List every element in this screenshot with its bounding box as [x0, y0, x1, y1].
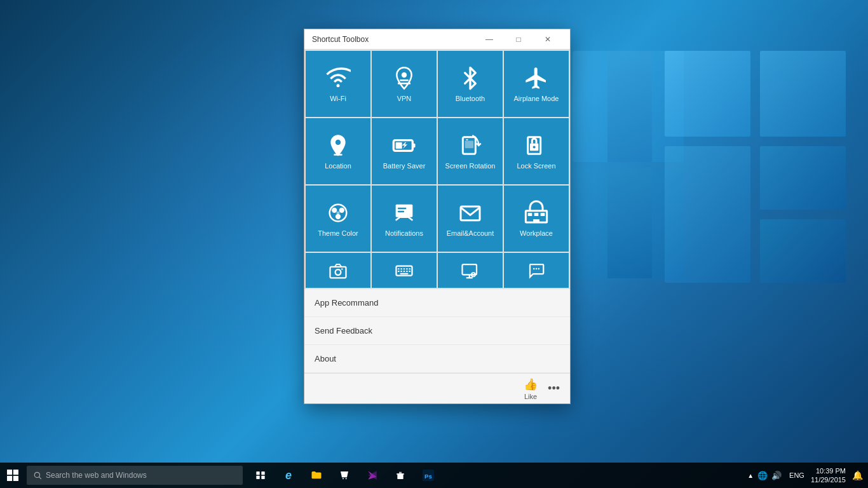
ps-icon: Ps — [423, 470, 434, 481]
svg-point-12 — [533, 146, 536, 149]
svg-rect-27 — [330, 266, 346, 278]
tile-display[interactable] — [438, 253, 503, 288]
menu-item-app-recommand[interactable]: App Recommand — [304, 289, 570, 317]
tile-rotation[interactable]: Screen Rotation — [438, 118, 503, 184]
tile-vpn[interactable]: VPN — [372, 51, 437, 117]
taskbar-search-text: Search the web and Windows — [46, 471, 147, 480]
toolbox-icon — [395, 470, 405, 480]
airplane-icon — [524, 65, 549, 91]
tile-battery[interactable]: Battery Saver — [372, 118, 437, 184]
svg-point-28 — [336, 269, 341, 275]
taskbar-app-icons: e — [248, 463, 441, 488]
svg-rect-50 — [13, 476, 18, 481]
volume-icon[interactable]: 🔊 — [771, 471, 782, 480]
store-button[interactable] — [332, 463, 357, 488]
tile-vpn-label: VPN — [395, 95, 414, 102]
edge-button[interactable]: e — [276, 463, 301, 488]
like-button[interactable]: 👍 Like — [524, 377, 538, 400]
svg-rect-56 — [261, 476, 264, 479]
network-icon[interactable]: 🌐 — [757, 471, 768, 480]
windows-start-icon — [7, 470, 18, 481]
minimize-button[interactable]: — — [475, 29, 504, 50]
menu-item-about[interactable]: About — [304, 345, 570, 373]
menu-item-send-feedback[interactable]: Send Feedback — [304, 317, 570, 345]
chevron-up-icon[interactable]: ▲ — [747, 472, 754, 479]
window-footer: 👍 Like ••• — [304, 373, 570, 403]
svg-rect-53 — [256, 471, 259, 475]
svg-point-51 — [34, 472, 39, 477]
battery-icon — [391, 133, 417, 158]
photoshop-button[interactable]: Ps — [416, 463, 441, 488]
more-options-button[interactable]: ••• — [548, 382, 560, 395]
tile-wifi[interactable]: Wi-Fi — [306, 51, 370, 117]
visual-studio-button[interactable] — [360, 463, 385, 488]
taskbar-right: ▲ 🌐 🔊 ENG 10:39 PM 11/29/2015 🔔 — [747, 466, 868, 485]
svg-point-17 — [337, 212, 340, 215]
tile-location[interactable]: Location — [306, 118, 370, 184]
svg-rect-47 — [7, 470, 12, 475]
tile-workplace[interactable]: Workplace — [504, 186, 569, 252]
notifications-icon — [391, 200, 417, 226]
svg-rect-36 — [398, 271, 400, 272]
svg-point-44 — [533, 268, 535, 269]
taskview-icon — [255, 470, 266, 480]
taskbar: Search the web and Windows e — [0, 463, 868, 488]
svg-rect-21 — [461, 207, 480, 220]
tile-location-label: Location — [322, 162, 354, 170]
svg-point-45 — [536, 268, 538, 269]
display-icon — [461, 261, 480, 280]
svg-point-14 — [332, 208, 337, 213]
tile-wifi-label: Wi-Fi — [327, 95, 349, 102]
tile-airplane-label: Airplane Mode — [512, 95, 562, 102]
svg-rect-38 — [403, 271, 405, 272]
menu-section: App Recommand Send Feedback About — [304, 289, 570, 373]
window-title: Shortcut Toolbox — [312, 35, 475, 44]
tile-lockscreen[interactable]: Lock Screen — [504, 118, 569, 184]
taskbar-date-display: 11/29/2015 — [811, 475, 846, 484]
start-button[interactable] — [0, 463, 25, 488]
svg-rect-25 — [541, 213, 545, 216]
lock-icon — [524, 133, 549, 158]
theme-icon — [325, 200, 351, 226]
svg-point-0 — [402, 72, 407, 78]
svg-rect-35 — [409, 268, 411, 269]
svg-rect-49 — [7, 476, 12, 481]
svg-rect-39 — [406, 271, 408, 272]
svg-rect-9 — [465, 141, 473, 149]
svg-rect-23 — [528, 213, 532, 216]
taskbar-search-bar[interactable]: Search the web and Windows — [27, 466, 243, 485]
svg-rect-55 — [256, 476, 259, 479]
tile-workplace-label: Workplace — [517, 229, 555, 237]
tile-notifications-label: Notifications — [383, 229, 426, 237]
tile-email-label: Email&Account — [444, 229, 497, 237]
file-explorer-button[interactable] — [304, 463, 329, 488]
vpn-icon — [391, 65, 417, 91]
maximize-button[interactable]: □ — [504, 29, 533, 50]
tile-theme-label: Theme Color — [315, 229, 361, 237]
tile-feedback[interactable] — [504, 253, 569, 288]
keyboard-icon — [395, 261, 414, 280]
svg-point-57 — [342, 478, 344, 479]
tile-airplane[interactable]: Airplane Mode — [504, 51, 569, 117]
workplace-icon — [524, 200, 549, 226]
tile-theme[interactable]: Theme Color — [306, 186, 370, 252]
notification-icon[interactable]: 🔔 — [852, 470, 863, 480]
toolbox-button[interactable] — [388, 463, 413, 488]
tile-notifications[interactable]: Notifications — [372, 186, 437, 252]
tile-camera[interactable] — [306, 253, 370, 288]
svg-rect-33 — [403, 268, 405, 269]
language-indicator[interactable]: ENG — [789, 471, 804, 479]
svg-rect-41 — [400, 273, 409, 274]
svg-point-15 — [339, 208, 344, 213]
tile-email[interactable]: Email&Account — [438, 186, 503, 252]
taskbar-datetime[interactable]: 10:39 PM 11/29/2015 — [811, 466, 846, 485]
window-controls: — □ ✕ — [475, 29, 562, 50]
svg-rect-24 — [534, 213, 539, 216]
camera-icon — [329, 261, 348, 280]
close-button[interactable]: ✕ — [533, 29, 562, 50]
wifi-icon — [325, 65, 351, 91]
tile-bluetooth[interactable]: Bluetooth — [438, 51, 503, 117]
system-tray-icons: ▲ 🌐 🔊 — [747, 471, 782, 480]
taskview-button[interactable] — [248, 463, 273, 488]
tile-keyboard[interactable] — [372, 253, 437, 288]
